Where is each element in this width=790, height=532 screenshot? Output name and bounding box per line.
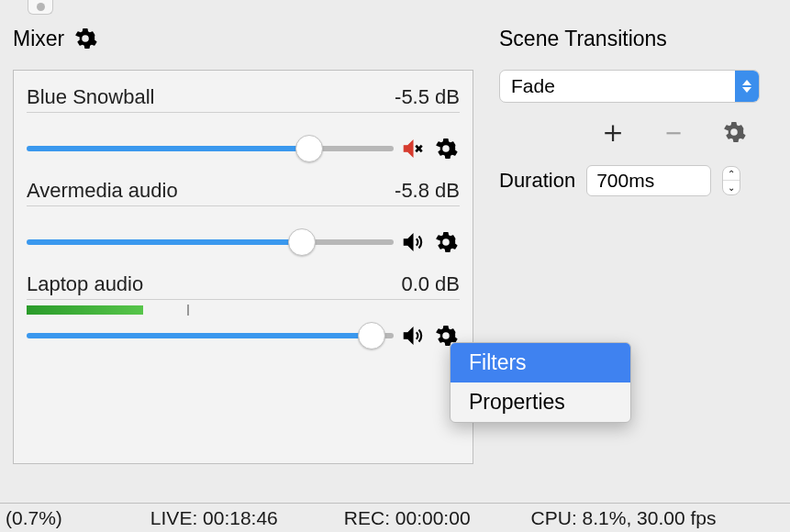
speaker-icon[interactable] xyxy=(399,324,427,348)
chevron-up-icon[interactable]: ⌃ xyxy=(723,167,740,181)
channel-meter xyxy=(27,212,460,221)
speaker-muted-icon[interactable] xyxy=(399,137,427,161)
context-menu-item-filters[interactable]: Filters xyxy=(451,343,630,382)
status-drop: (0.7%) xyxy=(6,507,62,529)
chevron-down-icon[interactable]: ⌄ xyxy=(723,181,740,194)
channel-name: Avermedia audio xyxy=(27,179,178,203)
scene-transitions-title: Scene Transitions xyxy=(499,27,667,51)
transition-select[interactable]: Fade xyxy=(499,70,760,103)
status-rec: REC: 00:00:00 xyxy=(344,507,471,529)
context-menu: Filters Properties xyxy=(450,342,631,423)
plus-icon[interactable]: ＋ xyxy=(600,119,626,145)
gear-icon[interactable] xyxy=(432,230,460,254)
transition-selected: Fade xyxy=(500,71,735,102)
channel-db: -5.8 dB xyxy=(395,179,460,203)
mixer-channel: Laptop audio 0.0 dB xyxy=(27,267,460,360)
status-bar: (0.7%) LIVE: 00:18:46 REC: 00:00:00 CPU:… xyxy=(0,503,790,532)
channel-meter xyxy=(27,118,460,127)
status-cpu: CPU: 8.1%, 30.00 fps xyxy=(531,507,717,529)
channel-name: Laptop audio xyxy=(27,272,143,296)
volume-slider[interactable] xyxy=(27,327,394,345)
gear-icon[interactable] xyxy=(73,27,97,50)
channel-db: 0.0 dB xyxy=(401,272,460,296)
status-live: LIVE: 00:18:46 xyxy=(150,507,278,529)
minus-icon[interactable]: － xyxy=(661,119,686,145)
mixer-channel: Avermedia audio -5.8 dB xyxy=(27,173,460,267)
channel-db: -5.5 dB xyxy=(395,85,460,109)
channel-meter xyxy=(27,305,460,315)
duration-stepper[interactable]: ⌃ ⌄ xyxy=(722,166,740,195)
tab-dot xyxy=(37,3,45,11)
volume-slider[interactable] xyxy=(27,139,394,158)
volume-slider[interactable] xyxy=(27,233,394,251)
mixer-channel: Blue Snowball -5.5 dB xyxy=(27,80,460,173)
window-tab-stub xyxy=(28,0,53,15)
gear-icon[interactable] xyxy=(721,119,747,145)
gear-icon[interactable] xyxy=(432,137,460,161)
mixer-title: Mixer xyxy=(13,27,64,51)
mixer-panel: Blue Snowball -5.5 dB xyxy=(13,70,473,464)
speaker-icon[interactable] xyxy=(399,230,427,254)
duration-label: Duration xyxy=(499,169,575,193)
channel-name: Blue Snowball xyxy=(27,85,154,109)
duration-input[interactable] xyxy=(586,165,711,196)
context-menu-item-properties[interactable]: Properties xyxy=(451,382,630,422)
select-arrows-icon xyxy=(735,71,759,102)
